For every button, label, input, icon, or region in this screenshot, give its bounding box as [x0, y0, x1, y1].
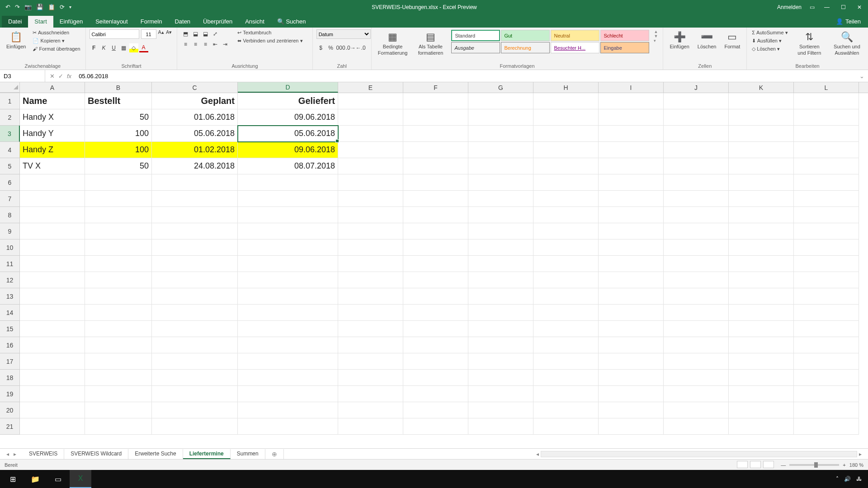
cell-I11[interactable] [599, 256, 664, 272]
cell-L19[interactable] [794, 386, 859, 402]
cell-F1[interactable] [403, 93, 468, 109]
cell-D16[interactable] [238, 337, 338, 353]
cell-J9[interactable] [664, 223, 729, 239]
cell-A4[interactable]: Handy Z [20, 142, 85, 158]
row-header-10[interactable]: 10 [0, 239, 20, 256]
tray-network-icon[interactable]: 🖧 [856, 476, 862, 482]
cell-F14[interactable] [403, 305, 468, 321]
sheet-nav-last[interactable]: ▸ [14, 451, 16, 457]
cell-J10[interactable] [664, 239, 729, 256]
col-header-F[interactable]: F [403, 82, 468, 93]
cell-L21[interactable] [794, 418, 859, 435]
cell-K15[interactable] [729, 321, 794, 337]
cell-J13[interactable] [664, 288, 729, 305]
cell-C11[interactable] [152, 256, 238, 272]
cell-F2[interactable] [403, 109, 468, 126]
cell-B19[interactable] [85, 386, 152, 402]
cell-K12[interactable] [729, 272, 794, 288]
cell-G19[interactable] [468, 386, 533, 402]
row-header-19[interactable]: 19 [0, 386, 20, 402]
zoom-level[interactable]: 180 % [849, 462, 863, 468]
cell-H9[interactable] [533, 223, 599, 239]
cell-H12[interactable] [533, 272, 599, 288]
cell-H19[interactable] [533, 386, 599, 402]
cancel-formula-icon[interactable]: ✕ [50, 73, 55, 80]
cell-F18[interactable] [403, 370, 468, 386]
cell-I13[interactable] [599, 288, 664, 305]
cell-K16[interactable] [729, 337, 794, 353]
zoom-in-button[interactable]: + [843, 462, 845, 468]
row-header-16[interactable]: 16 [0, 337, 20, 353]
cell-K20[interactable] [729, 402, 794, 418]
style-standard[interactable]: Standard [451, 30, 500, 41]
cell-H14[interactable] [533, 305, 599, 321]
cell-K7[interactable] [729, 191, 794, 207]
cell-G16[interactable] [468, 337, 533, 353]
row-header-4[interactable]: 4 [0, 142, 20, 158]
cell-D10[interactable] [238, 239, 338, 256]
cell-B9[interactable] [85, 223, 152, 239]
row-header-1[interactable]: 1 [0, 93, 20, 109]
save-icon[interactable]: 💾 [36, 4, 43, 10]
cell-A21[interactable] [20, 418, 85, 435]
sheet-nav-first[interactable]: ◂ [6, 451, 9, 457]
row-header-5[interactable]: 5 [0, 158, 20, 174]
fx-icon[interactable]: fx [67, 73, 71, 80]
col-header-J[interactable]: J [664, 82, 729, 93]
cell-E21[interactable] [338, 418, 403, 435]
cell-D17[interactable] [238, 353, 338, 370]
cell-K19[interactable] [729, 386, 794, 402]
align-bottom-button[interactable]: ⬓ [201, 29, 210, 38]
increase-decimal-button[interactable]: .0→ [346, 43, 355, 52]
cell-I18[interactable] [599, 370, 664, 386]
cell-C17[interactable] [152, 353, 238, 370]
cell-E3[interactable] [338, 126, 403, 142]
tray-volume-icon[interactable]: 🔊 [844, 476, 851, 482]
ribbon-options-icon[interactable]: ▭ [810, 4, 815, 10]
cell-C2[interactable]: 01.06.2018 [152, 109, 238, 126]
cell-G20[interactable] [468, 402, 533, 418]
cell-C10[interactable] [152, 239, 238, 256]
style-berechnung[interactable]: Berechnung [501, 42, 550, 53]
tab-search[interactable]: 🔍 Suchen [271, 16, 312, 28]
tab-einfügen[interactable]: Einfügen [53, 16, 89, 28]
cell-G4[interactable] [468, 142, 533, 158]
cell-A15[interactable] [20, 321, 85, 337]
cell-I7[interactable] [599, 191, 664, 207]
col-header-A[interactable]: A [20, 82, 85, 93]
zoom-out-button[interactable]: — [781, 462, 786, 468]
cell-I1[interactable] [599, 93, 664, 109]
cell-D6[interactable] [238, 174, 338, 191]
row-header-11[interactable]: 11 [0, 256, 20, 272]
cell-I16[interactable] [599, 337, 664, 353]
cell-I17[interactable] [599, 353, 664, 370]
cell-E2[interactable] [338, 109, 403, 126]
minimize-button[interactable]: — [823, 4, 831, 10]
cell-I4[interactable] [599, 142, 664, 158]
cell-I10[interactable] [599, 239, 664, 256]
cell-L9[interactable] [794, 223, 859, 239]
cell-K14[interactable] [729, 305, 794, 321]
clear-button[interactable]: ◇ Löschen ▾ [750, 46, 789, 52]
cell-C18[interactable] [152, 370, 238, 386]
cell-C14[interactable] [152, 305, 238, 321]
merge-center-button[interactable]: ⬌ Verbinden und zentrieren ▾ [236, 38, 304, 44]
cell-D4[interactable]: 09.06.2018 [238, 142, 338, 158]
cell-G18[interactable] [468, 370, 533, 386]
cell-F11[interactable] [403, 256, 468, 272]
cell-J3[interactable] [664, 126, 729, 142]
row-header-14[interactable]: 14 [0, 305, 20, 321]
cell-E16[interactable] [338, 337, 403, 353]
cell-J11[interactable] [664, 256, 729, 272]
cell-J14[interactable] [664, 305, 729, 321]
cell-F9[interactable] [403, 223, 468, 239]
view-page-layout-button[interactable] [750, 461, 761, 468]
zoom-slider[interactable] [789, 464, 839, 466]
cell-C20[interactable] [152, 402, 238, 418]
cell-D5[interactable]: 08.07.2018 [238, 158, 338, 174]
cell-A16[interactable] [20, 337, 85, 353]
style-besucht[interactable]: Besuchter H... [551, 42, 599, 53]
col-header-E[interactable]: E [338, 82, 403, 93]
align-right-button[interactable]: ≡ [201, 40, 210, 49]
cell-E4[interactable] [338, 142, 403, 158]
